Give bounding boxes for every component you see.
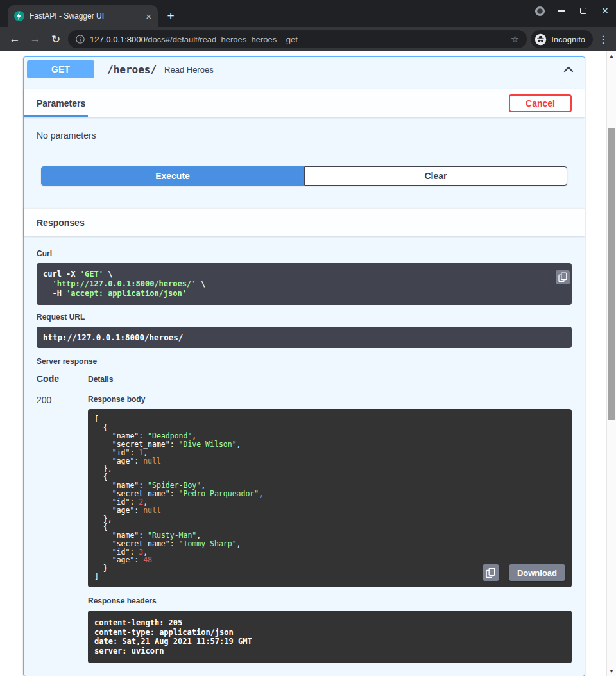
operation-block-get-heroes: GET /heroes/ Read Heroes Parameters Canc…	[23, 56, 585, 676]
swagger-page: GET /heroes/ Read Heroes Parameters Canc…	[0, 51, 616, 676]
response-details-cell: Response body [ { "name": "Deadpond", "s…	[88, 395, 572, 663]
no-parameters-text: No parameters	[24, 117, 585, 166]
curl-command-code: curl -X 'GET' \ 'http://127.0.0.1:8000/h…	[37, 263, 572, 305]
incognito-badge: Incognito	[531, 30, 593, 48]
parameters-section-header: Parameters Cancel	[24, 89, 585, 117]
browser-titlebar: FastAPI - Swagger UI × + ×	[0, 0, 616, 27]
new-tab-button[interactable]: +	[162, 7, 180, 25]
response-body-actions: Download	[483, 564, 565, 581]
page-info-icon[interactable]	[76, 35, 85, 44]
url-host: 127.0.0.1:8000	[90, 35, 146, 44]
scrollbar-thumb[interactable]	[608, 128, 615, 420]
code-column-header: Code	[37, 374, 88, 384]
cancel-button[interactable]: Cancel	[509, 94, 572, 112]
fastapi-favicon-icon	[14, 11, 24, 21]
browser-navbar: ← → ↻ 127.0.0.1:8000/docs#/default/read_…	[0, 27, 616, 51]
bookmark-star-icon[interactable]: ☆	[511, 33, 519, 45]
collapse-chevron-icon[interactable]	[562, 63, 575, 76]
forward-button[interactable]: →	[27, 33, 44, 46]
response-table-header: Code Details	[37, 374, 572, 388]
response-row-200: 200 Response body [ { "name": "Deadpond"…	[37, 388, 572, 663]
server-response-label: Server response	[37, 357, 572, 366]
status-code: 200	[37, 395, 88, 663]
responses-section-header: Responses	[24, 208, 585, 236]
incognito-label: Incognito	[551, 35, 585, 44]
response-headers-code: content-length: 205 content-type: applic…	[88, 611, 572, 663]
url-text: 127.0.0.1:8000/docs#/default/read_heroes…	[90, 35, 298, 44]
download-button[interactable]: Download	[509, 564, 565, 581]
parameters-title: Parameters	[37, 98, 85, 108]
operation-path[interactable]: /heroes/	[107, 64, 157, 76]
execute-button[interactable]: Execute	[41, 166, 304, 186]
response-body-code: [ { "name": "Deadpond", "secret_name": "…	[88, 409, 572, 587]
window-close-button[interactable]: ×	[594, 1, 616, 21]
minimize-button[interactable]	[551, 1, 572, 21]
operation-summary[interactable]: GET /heroes/ Read Heroes	[24, 57, 585, 82]
browser-menu-icon[interactable]: ⋮	[597, 33, 610, 46]
response-headers-label: Response headers	[88, 596, 572, 605]
clear-button[interactable]: Clear	[304, 166, 567, 186]
copy-curl-button[interactable]	[556, 270, 570, 284]
http-method-badge[interactable]: GET	[27, 60, 94, 78]
address-bar[interactable]: 127.0.0.1:8000/docs#/default/read_heroes…	[68, 30, 527, 48]
copy-response-button[interactable]	[483, 564, 499, 581]
response-body-label: Response body	[88, 395, 572, 404]
operation-summary-text: Read Heroes	[164, 65, 562, 74]
responses-inner: Curl curl -X 'GET' \ 'http://127.0.0.1:8…	[24, 236, 585, 676]
parameters-tab-underline	[24, 115, 88, 117]
maximize-button[interactable]	[572, 1, 594, 21]
page-scrollbar[interactable]: ▲ ▼	[606, 51, 616, 676]
execute-wrapper: Execute Clear	[24, 166, 585, 198]
request-url-value: http://127.0.0.1:8000/heroes/	[37, 327, 572, 348]
browser-update-icon[interactable]	[529, 1, 551, 21]
scrollbar-down-arrow-icon[interactable]: ▼	[607, 668, 616, 674]
request-url-label: Request URL	[37, 313, 572, 322]
browser-tab[interactable]: FastAPI - Swagger UI ×	[8, 5, 158, 27]
scrollbar-up-arrow-icon[interactable]: ▲	[607, 53, 616, 59]
back-button[interactable]: ←	[6, 33, 23, 46]
responses-title: Responses	[37, 218, 85, 228]
incognito-icon	[535, 33, 547, 46]
tab-title: FastAPI - Swagger UI	[30, 12, 141, 21]
tab-close-icon[interactable]: ×	[146, 12, 151, 21]
curl-label: Curl	[37, 249, 572, 258]
url-pathname: /docs#/default/read_heroes_heroes__get	[146, 35, 298, 44]
reload-button[interactable]: ↻	[47, 33, 64, 46]
details-column-header: Details	[88, 375, 113, 384]
